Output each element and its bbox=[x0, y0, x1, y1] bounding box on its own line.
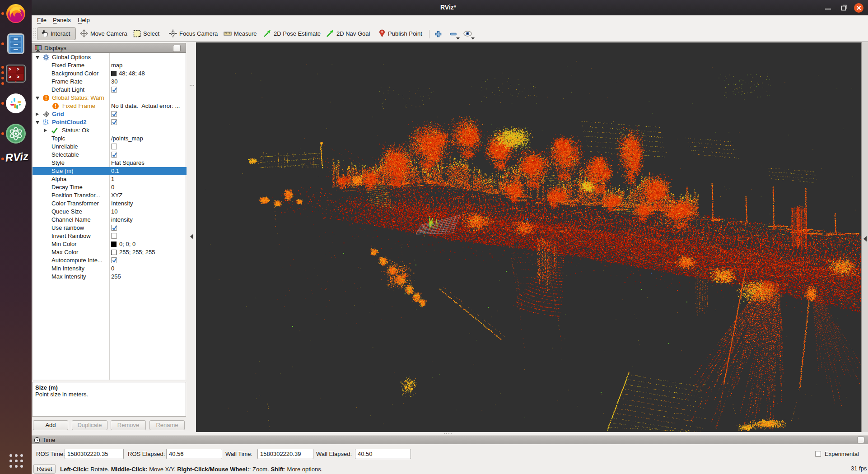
svg-text:>: > bbox=[9, 75, 11, 80]
svg-text:>: > bbox=[17, 75, 19, 80]
svg-text:>: > bbox=[9, 67, 11, 72]
svg-text:>: > bbox=[17, 67, 19, 72]
